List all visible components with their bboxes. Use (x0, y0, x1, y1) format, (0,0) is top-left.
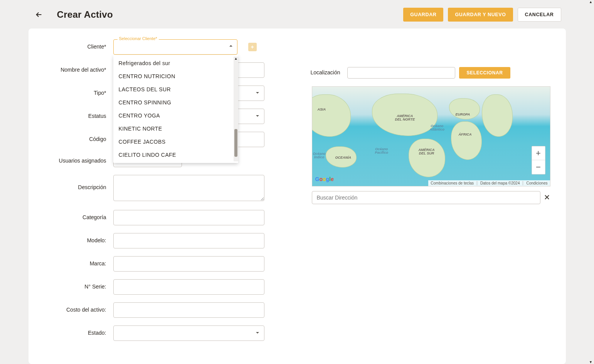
back-icon[interactable] (35, 10, 43, 19)
costo-input[interactable] (113, 302, 264, 318)
categoria-label: Categoría (44, 214, 113, 221)
clear-search-icon[interactable] (544, 194, 550, 202)
map-label-na: AMÉRICA DEL NORTE (395, 114, 415, 122)
cliente-select[interactable]: Seleccionar Cliente* Refrigerados del su… (113, 39, 237, 55)
seleccionar-button[interactable]: SELECCIONAR (459, 67, 511, 79)
dropdown-option[interactable]: COFFEE JACOBS (113, 135, 234, 148)
codigo-label: Código (44, 136, 113, 143)
page-title: Crear Activo (57, 9, 113, 20)
dropdown-option[interactable]: Refrigerados del sur (113, 57, 234, 70)
localizacion-label: Localización (305, 69, 347, 76)
zoom-out-button[interactable]: − (532, 160, 545, 174)
add-cliente-button[interactable]: + (248, 43, 257, 51)
map-footer-terms[interactable]: Condiciones (526, 181, 547, 185)
map-label-atlantic: Océano Atlántico (430, 124, 445, 132)
zoom-in-button[interactable]: + (532, 146, 545, 160)
serie-label: N° Serie: (44, 283, 113, 290)
costo-label: Costo del activo: (44, 307, 113, 314)
page-scrollbar[interactable]: ▲▼ (588, 0, 594, 364)
map-label-indian: Océano Índico (313, 152, 326, 159)
dropdown-scrollbar[interactable]: ▲ (234, 57, 238, 161)
descripcion-label: Descripción (44, 175, 113, 191)
modelo-input[interactable] (113, 233, 264, 248)
page-header: Crear Activo GUARDAR GUARDAR Y NUEVO CAN… (29, 5, 566, 29)
cliente-dropdown: Refrigerados del surCENTRO NUTRICIONLACT… (113, 55, 238, 163)
form-card: Cliente* Seleccionar Cliente* Refrigerad… (29, 29, 566, 364)
map-footer-keys[interactable]: Combinaciones de teclas (431, 181, 477, 185)
map-footer: Combinaciones de teclas Datos del mapa ©… (428, 180, 550, 186)
estado-label: Estado: (44, 330, 113, 337)
dropdown-option[interactable]: CENTRO YOGA (113, 109, 234, 122)
cancel-button[interactable]: CANCELAR (518, 8, 561, 22)
modelo-label: Modelo: (44, 237, 113, 244)
map-label-oceania: OCEANÍA (335, 156, 352, 159)
usuarios-label: Usuarios asignados (44, 158, 113, 164)
map-label-sa: AMÉRICA DEL SUR (419, 148, 435, 156)
localizacion-input[interactable] (347, 67, 455, 79)
dropdown-option[interactable]: CENTRO NUTRICION (113, 70, 234, 83)
buscar-direccion-input[interactable] (312, 191, 540, 204)
dropdown-option[interactable]: CIELITO LINDO CAFE (113, 148, 234, 161)
dropdown-option[interactable]: KINETIC NORTE (113, 122, 234, 135)
map-label-asia: ASIA (318, 108, 326, 111)
google-logo: Google (315, 176, 334, 182)
cliente-float-label: Seleccionar Cliente* (118, 36, 159, 41)
marca-label: Marca: (44, 260, 113, 267)
map-footer-data: Datos del mapa ©2024 (480, 181, 523, 185)
categoria-input[interactable] (113, 210, 264, 225)
serie-input[interactable] (113, 279, 264, 295)
save-and-new-button[interactable]: GUARDAR Y NUEVO (448, 8, 513, 22)
tipo-label: Tipo* (44, 90, 113, 97)
dropdown-option[interactable]: CENTRO SPINNING (113, 96, 234, 109)
estatus-label: Estatus (44, 113, 113, 120)
map-label-africa: ÁFRICA (459, 133, 472, 136)
map-label-europa: EUROPA (456, 113, 470, 116)
map-label-pacific: Océano Pacífico (375, 148, 389, 155)
map[interactable]: ASIA AMÉRICA DEL NORTE AMÉRICA DEL SUR E… (312, 86, 550, 186)
marca-input[interactable] (113, 256, 264, 272)
dropdown-option[interactable]: LACTEOS DEL SUR (113, 83, 234, 96)
nombre-label: Nombre del activo* (44, 67, 113, 74)
descripcion-input[interactable] (113, 175, 264, 201)
caret-up-icon (229, 43, 233, 49)
estado-select[interactable] (113, 325, 264, 341)
save-button[interactable]: GUARDAR (403, 8, 443, 22)
map-zoom: + − (532, 146, 545, 174)
cliente-label: Cliente* (44, 44, 113, 50)
